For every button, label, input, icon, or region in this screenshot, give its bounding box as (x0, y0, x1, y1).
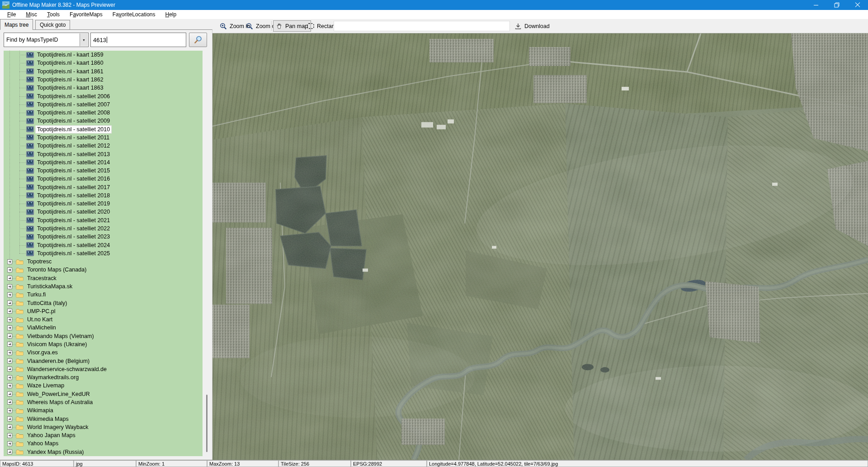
tree-folder[interactable]: Visicom Maps (Ukraine) (4, 340, 203, 348)
tree-folder[interactable]: Yandex Maps (Russia) (4, 448, 203, 456)
tree-item[interactable]: Topotijdreis.nl - satelliet 2022 (4, 224, 203, 233)
tree-folder[interactable]: Vietbando Maps (Vietnam) (4, 332, 203, 340)
minimize-button[interactable] (806, 0, 826, 10)
download-path-input[interactable] (334, 21, 510, 31)
expand-icon[interactable] (7, 449, 12, 454)
find-by-dropdown[interactable]: Find by MapsTypeID ▼ (4, 33, 89, 47)
expand-icon[interactable] (7, 276, 12, 281)
tree-item[interactable]: Topotijdreis.nl - satelliet 2018 (4, 191, 203, 200)
expand-icon[interactable] (7, 441, 12, 446)
left-panel: Maps tree Quick goto Find by MapsTypeID … (0, 19, 212, 460)
tree-item[interactable]: Topotijdreis.nl - satelliet 2015 (4, 167, 203, 175)
close-button[interactable] (847, 0, 868, 10)
tree-item-label: Topotijdreis.nl - satelliet 2011 (36, 134, 111, 141)
expand-icon[interactable] (7, 400, 12, 405)
tree-item[interactable]: Topotijdreis.nl - kaart 1859 (4, 51, 203, 59)
tree-folder[interactable]: TuristickaMapa.sk (4, 282, 203, 291)
tree-folder[interactable]: TuttoCitta (Italy) (4, 299, 203, 307)
menu-misc[interactable]: Misc (22, 10, 41, 19)
folder-icon (16, 391, 24, 397)
satellite-map[interactable] (212, 33, 868, 460)
download-button[interactable]: Download (512, 20, 552, 32)
expand-icon[interactable] (7, 292, 12, 297)
expand-icon[interactable] (7, 416, 12, 421)
expand-icon[interactable] (7, 317, 12, 322)
expand-icon[interactable] (7, 424, 12, 429)
tree-folder[interactable]: Wikimedia Maps (4, 415, 203, 423)
expand-icon[interactable] (7, 391, 12, 396)
tree-item[interactable]: Topotijdreis.nl - satelliet 2017 (4, 183, 203, 191)
tree-folder[interactable]: Visor.gva.es (4, 348, 203, 357)
tree-item[interactable]: Topotijdreis.nl - kaart 1861 (4, 67, 203, 76)
expand-icon[interactable] (7, 267, 12, 272)
map-image-icon (26, 159, 34, 165)
menu-help[interactable]: Help (162, 10, 180, 19)
tree-folder-label: Topotresc (26, 258, 53, 265)
tree-item[interactable]: Topotijdreis.nl - satelliet 2020 (4, 208, 203, 216)
tree-item[interactable]: Topotijdreis.nl - kaart 1860 (4, 59, 203, 67)
tree-item[interactable]: Topotijdreis.nl - satelliet 2007 (4, 100, 203, 109)
tree-folder[interactable]: Wikimapia (4, 406, 203, 415)
tree-item[interactable]: Topotijdreis.nl - satelliet 2011 (4, 133, 203, 142)
tree-item[interactable]: Topotijdreis.nl - satelliet 2019 (4, 200, 203, 208)
tree-folder[interactable]: ViaMichelin (4, 324, 203, 332)
expand-icon[interactable] (7, 375, 12, 380)
tree-item-label: Topotijdreis.nl - satelliet 2015 (36, 167, 111, 174)
tree-item[interactable]: Topotijdreis.nl - satelliet 2025 (4, 249, 203, 257)
tab-quick-goto[interactable]: Quick goto (35, 20, 70, 29)
tree-folder[interactable]: Tracestrack (4, 274, 203, 282)
tree-folder[interactable]: Ut.no Kart (4, 315, 203, 324)
tree-item[interactable]: Topotijdreis.nl - satelliet 2013 (4, 150, 203, 158)
tree-folder[interactable]: Yahoo Japan Maps (4, 431, 203, 439)
tree-item[interactable]: Topotijdreis.nl - satelliet 2006 (4, 92, 203, 100)
tree-folder[interactable]: Toronto Maps (Canada) (4, 266, 203, 274)
tree-folder[interactable]: Web_PowerLine_KedUR (4, 390, 203, 398)
tree-folder[interactable]: Whereis Maps of Australia (4, 398, 203, 406)
tree-item[interactable]: Topotijdreis.nl - satelliet 2023 (4, 233, 203, 241)
menu-favoritelocations[interactable]: FavoriteLocations (109, 10, 159, 19)
tree-folder[interactable]: Turku.fi (4, 291, 203, 299)
tree-folder[interactable]: Topotresc (4, 257, 203, 266)
tree-item[interactable]: Topotijdreis.nl - satelliet 2010 (4, 125, 203, 133)
search-button[interactable] (189, 33, 207, 47)
tree-item[interactable]: Topotijdreis.nl - satelliet 2008 (4, 109, 203, 117)
tree-item[interactable]: Topotijdreis.nl - satelliet 2012 (4, 142, 203, 150)
expand-icon[interactable] (7, 383, 12, 388)
tree-folder[interactable]: Vlaanderen.be (Belgium) (4, 357, 203, 365)
tree-scrollbar[interactable] (206, 395, 208, 452)
tree-folder[interactable]: Waze Livemap (4, 381, 203, 390)
expand-icon[interactable] (7, 325, 12, 330)
tree-item[interactable]: Topotijdreis.nl - satelliet 2009 (4, 117, 203, 125)
menu-file[interactable]: File (4, 10, 19, 19)
restore-button[interactable] (826, 0, 847, 10)
chevron-down-icon[interactable]: ▼ (80, 33, 88, 46)
expand-icon[interactable] (7, 300, 12, 305)
tree-item[interactable]: Topotijdreis.nl - satelliet 2014 (4, 158, 203, 167)
tree-item[interactable]: Topotijdreis.nl - kaart 1863 (4, 84, 203, 92)
tree-item[interactable]: Topotijdreis.nl - satelliet 2016 (4, 175, 203, 183)
folder-icon (16, 325, 24, 331)
expand-icon[interactable] (7, 358, 12, 363)
expand-icon[interactable] (7, 433, 12, 438)
expand-icon[interactable] (7, 334, 12, 338)
tree-folder[interactable]: Waymarkedtrails.org (4, 373, 203, 381)
expand-icon[interactable] (7, 342, 12, 347)
tree-folder[interactable]: Yahoo Maps (4, 439, 203, 448)
expand-icon[interactable] (7, 284, 12, 289)
expand-icon[interactable] (7, 367, 12, 372)
tree-item-label: Topotijdreis.nl - satelliet 2021 (36, 217, 111, 224)
expand-icon[interactable] (7, 350, 12, 355)
tree-folder[interactable]: UMP-PC.pl (4, 307, 203, 315)
expand-icon[interactable] (7, 259, 12, 264)
tab-maps-tree[interactable]: Maps tree (0, 19, 33, 30)
menu-tools[interactable]: Tools (43, 10, 63, 19)
tree-item[interactable]: Topotijdreis.nl - satelliet 2021 (4, 216, 203, 224)
mapsid-search-input[interactable]: 4613 (90, 33, 186, 47)
tree-item[interactable]: Topotijdreis.nl - satelliet 2024 (4, 241, 203, 249)
tree-folder[interactable]: Wanderservice-schwarzwald.de (4, 365, 203, 373)
menu-favoritemaps[interactable]: FavoriteMaps (66, 10, 106, 19)
expand-icon[interactable] (7, 309, 12, 314)
tree-item[interactable]: Topotijdreis.nl - kaart 1862 (4, 76, 203, 84)
tree-folder[interactable]: World Imagery Wayback (4, 423, 203, 431)
expand-icon[interactable] (7, 408, 12, 413)
